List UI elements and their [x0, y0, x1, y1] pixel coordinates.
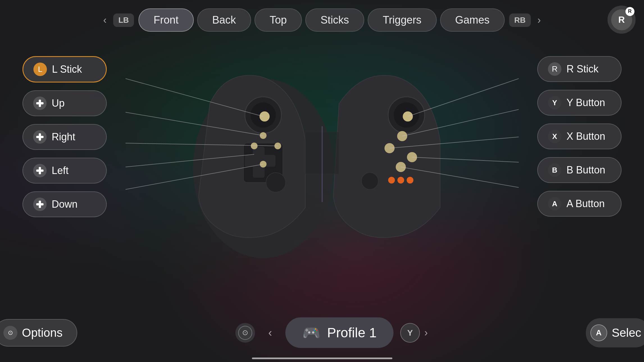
options-button[interactable]: ⊙ Options [0, 319, 77, 347]
tab-top[interactable]: Top [254, 8, 302, 32]
tab-back[interactable]: Back [197, 8, 251, 32]
profile-gamepad-icon: 🎮 [302, 324, 320, 341]
r-stick-button[interactable]: R R Stick [537, 56, 622, 82]
y-nav-badge: Y [400, 323, 420, 343]
nav-next-arrow[interactable]: › [531, 12, 548, 29]
avatar-badge: R [618, 15, 625, 25]
r-stick-icon: R [548, 62, 561, 76]
tab-sticks[interactable]: Sticks [305, 8, 364, 32]
y-button-icon: Y [548, 96, 561, 109]
x-button-icon: X [548, 130, 561, 143]
right-label: Right [52, 131, 75, 143]
svg-point-8 [251, 143, 258, 149]
profile-label: Profile 1 [327, 325, 377, 340]
down-label: Down [52, 198, 78, 210]
tab-games[interactable]: Games [440, 8, 505, 32]
x-button-label: X Button [566, 130, 605, 142]
profile-button[interactable]: 🎮 Profile 1 [285, 317, 393, 348]
controller-area [126, 34, 519, 286]
back-circle-icon: ⊙ [238, 326, 252, 340]
select-label: Selec [612, 326, 641, 340]
y-button-btn[interactable]: Y Y Button [537, 90, 622, 116]
right-dpad-icon [33, 130, 47, 144]
svg-rect-37 [36, 136, 44, 138]
l-stick-button[interactable]: L L Stick [22, 56, 107, 83]
left-dpad-icon [33, 164, 47, 177]
profile-right-arrow[interactable]: › [424, 327, 428, 339]
nav-tabs: Front Back Top Sticks Triggers Games [138, 8, 505, 32]
svg-point-22 [361, 173, 378, 189]
options-label: Options [22, 326, 63, 340]
left-label: Left [52, 165, 69, 177]
lb-badge: LB [113, 13, 134, 27]
svg-point-3 [260, 111, 270, 122]
right-button[interactable]: Right [22, 124, 107, 150]
down-button[interactable]: Down [22, 191, 107, 217]
top-navigation: ‹ LB Front Back Top Sticks Triggers Game… [0, 8, 644, 32]
left-controls: L L Stick Up Right Left [22, 56, 107, 217]
scroll-indicator [252, 358, 392, 359]
a-button-btn[interactable]: A A Button [537, 191, 622, 217]
svg-rect-35 [36, 102, 44, 104]
up-dpad-icon [33, 97, 47, 110]
svg-rect-39 [36, 169, 44, 172]
r-icon: R [625, 7, 634, 16]
l-stick-icon: L [33, 63, 47, 76]
select-button[interactable]: A Selec [586, 318, 644, 347]
l-stick-label: L Stick [52, 63, 82, 75]
tab-triggers[interactable]: Triggers [368, 8, 437, 32]
svg-point-21 [407, 177, 413, 184]
bottom-navigation: ⊙ Options ⊙ ‹ 🎮 Profile 1 Y › A Selec [0, 317, 644, 348]
profile-next-group: Y › [400, 323, 428, 343]
b-button-icon: B [548, 163, 561, 177]
svg-point-11 [266, 173, 286, 192]
rb-badge: RB [509, 13, 531, 27]
a-button-icon: A [548, 197, 561, 210]
b-button-btn[interactable]: B B Button [537, 157, 622, 183]
profile-left-arrow[interactable]: ‹ [262, 324, 279, 341]
profile-prev-button[interactable]: ⊙ [235, 323, 255, 343]
right-controls: R R Stick Y Y Button X X Button B B Butt… [537, 56, 622, 217]
r-stick-label: R Stick [566, 63, 599, 75]
b-button-label: B Button [566, 164, 605, 176]
up-button[interactable]: Up [22, 90, 107, 116]
down-dpad-icon [33, 198, 47, 211]
svg-point-19 [388, 177, 395, 184]
y-button-label: Y Button [566, 97, 605, 109]
svg-point-20 [397, 177, 404, 184]
a-nav-badge: A [590, 324, 607, 341]
profile-avatar[interactable]: R R [607, 6, 636, 34]
options-circle-icon: ⊙ [3, 326, 17, 340]
left-button[interactable]: Left [22, 158, 107, 184]
x-button-btn[interactable]: X X Button [537, 123, 622, 149]
a-button-label: A Button [566, 198, 605, 210]
nav-prev-arrow[interactable]: ‹ [96, 12, 113, 29]
svg-rect-41 [36, 203, 44, 205]
profile-controls: ⊙ ‹ 🎮 Profile 1 Y › [235, 317, 428, 348]
tab-front[interactable]: Front [138, 8, 194, 32]
avatar-inner: R R [611, 9, 632, 30]
up-label: Up [52, 97, 65, 109]
